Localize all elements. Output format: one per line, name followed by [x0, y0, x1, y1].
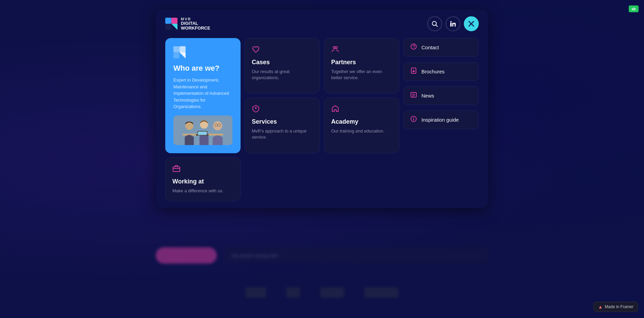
- svg-rect-1: [171, 18, 177, 24]
- svg-rect-10: [173, 46, 179, 52]
- svg-point-18: [213, 121, 222, 130]
- svg-point-30: [411, 44, 416, 49]
- cases-icon: [252, 45, 313, 55]
- bg-button: [156, 247, 217, 264]
- svg-rect-11: [179, 46, 186, 52]
- who-image: [173, 116, 232, 145]
- background-logos: [203, 287, 441, 298]
- menu-grid: Who are we? Expert in Development, Maint…: [165, 38, 479, 201]
- home-icon: [331, 105, 339, 113]
- working-at-desc: Make a difference with us.: [172, 188, 233, 194]
- logo-icon: [165, 18, 177, 30]
- academy-desc: Our training and education.: [331, 128, 392, 134]
- working-at-title: Working at: [172, 178, 233, 185]
- framer-icon: ▲: [598, 304, 603, 310]
- background-content: this shows running with...: [156, 247, 488, 264]
- close-icon: [468, 21, 474, 27]
- nav-header: MVR DIGITAL WORKFORCE: [165, 16, 479, 31]
- linkedin-button[interactable]: [446, 16, 460, 31]
- svg-rect-0: [165, 18, 171, 24]
- box-icon: [252, 105, 260, 113]
- who-desc: Expert in Development, Maintenance and I…: [173, 77, 232, 110]
- academy-title: Academy: [331, 118, 392, 125]
- svg-point-7: [450, 21, 452, 22]
- close-button[interactable]: [464, 16, 479, 31]
- partners-title: Partners: [331, 59, 392, 66]
- contact-link[interactable]: Contact: [403, 38, 479, 57]
- framer-badge[interactable]: ▲ Made in Framer: [593, 302, 638, 312]
- svg-marker-13: [179, 52, 186, 58]
- services-icon: [252, 105, 313, 115]
- svg-rect-33: [411, 92, 416, 97]
- services-desc: MvR's approach to a unique service.: [252, 128, 313, 140]
- svg-rect-12: [173, 52, 179, 58]
- svg-rect-6: [450, 23, 452, 26]
- framer-label: Made in Framer: [605, 304, 633, 309]
- ab-badge: ab: [629, 5, 639, 12]
- svg-rect-21: [198, 131, 207, 135]
- contact-icon: [410, 43, 417, 52]
- news-icon: [410, 91, 417, 100]
- logo[interactable]: MVR DIGITAL WORKFORCE: [165, 17, 210, 31]
- inspiration-guide-label: Inspiration guide: [421, 117, 459, 123]
- cases-title: Cases: [252, 59, 313, 66]
- svg-point-26: [335, 47, 337, 49]
- logo-mvr: MVR: [181, 17, 210, 21]
- logo-text: MVR DIGITAL WORKFORCE: [181, 17, 210, 31]
- svg-rect-28: [173, 167, 180, 172]
- partners-desc: Together we offer an even better service…: [331, 69, 392, 81]
- inspiration-guide-link[interactable]: Inspiration guide: [403, 110, 479, 129]
- who-title: Who are we?: [173, 64, 232, 73]
- partners-card[interactable]: Partners Together we offer an even bette…: [324, 38, 399, 93]
- search-button[interactable]: [427, 16, 442, 31]
- svg-point-4: [432, 21, 436, 25]
- brochures-link[interactable]: Brochures: [403, 62, 479, 81]
- academy-icon: [331, 105, 392, 115]
- logo-digital: DIGITAL: [181, 21, 210, 26]
- academy-card[interactable]: Academy Our training and education.: [324, 98, 399, 153]
- cases-card[interactable]: Cases Our results at great organizations…: [245, 38, 320, 93]
- bg-text: this shows running with...: [224, 247, 488, 264]
- partners-icon: [331, 45, 392, 55]
- search-icon: [432, 21, 438, 27]
- nav-container: MVR DIGITAL WORKFORCE: [156, 10, 488, 208]
- cases-desc: Our results at great organizations.: [252, 69, 313, 81]
- heart-icon: [252, 45, 260, 53]
- brochures-icon: [410, 67, 417, 76]
- people-icon: [331, 45, 339, 53]
- services-title: Services: [252, 118, 313, 125]
- logo-workforce: WORKFORCE: [181, 26, 210, 31]
- right-links-column: Contact Brochures: [403, 38, 479, 153]
- svg-marker-3: [171, 24, 177, 30]
- svg-point-31: [414, 48, 414, 48]
- svg-line-5: [436, 25, 437, 26]
- working-at-icon: [172, 164, 233, 175]
- brochures-label: Brochures: [421, 69, 444, 74]
- nav-actions: [427, 16, 479, 31]
- inspiration-guide-icon: [410, 116, 417, 124]
- services-card[interactable]: Services MvR's approach to a unique serv…: [245, 98, 320, 153]
- svg-rect-2: [165, 24, 171, 30]
- working-at-card[interactable]: Working at Make a difference with us.: [165, 157, 241, 201]
- news-link[interactable]: News: [403, 86, 479, 105]
- who-card[interactable]: Who are we? Expert in Development, Maint…: [165, 38, 241, 153]
- contact-label: Contact: [421, 45, 439, 50]
- news-label: News: [421, 93, 434, 99]
- briefcase-icon: [172, 164, 181, 173]
- svg-point-39: [413, 118, 414, 118]
- people-illustration: [173, 116, 232, 145]
- linkedin-icon: [450, 21, 456, 27]
- who-logo-icon: [173, 46, 186, 58]
